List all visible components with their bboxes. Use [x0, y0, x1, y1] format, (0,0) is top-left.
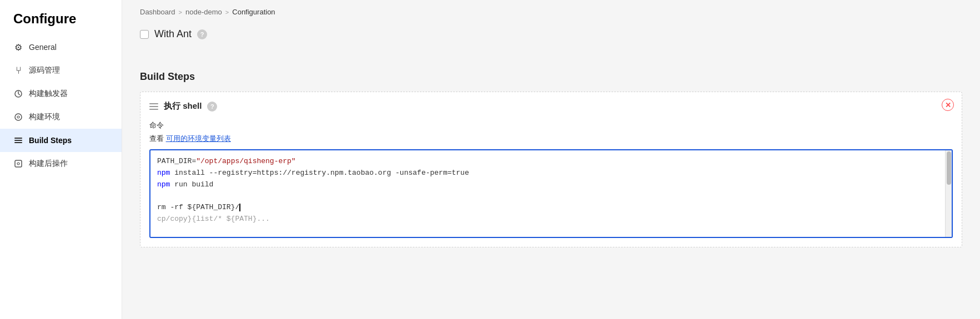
gear-icon: ⚙	[13, 42, 23, 52]
sidebar-item-label: General	[29, 43, 57, 52]
page-title: Configure	[0, 0, 122, 36]
svg-rect-6	[15, 160, 22, 167]
shell-help-icon[interactable]: ?	[207, 102, 217, 112]
trigger-icon	[13, 89, 23, 99]
with-ant-help-icon[interactable]: ?	[197, 29, 207, 39]
code-line-2: npm install --registry=https://registry.…	[157, 168, 937, 179]
with-ant-label: With Ant	[154, 28, 192, 40]
sidebar-item-label: 构建环境	[29, 112, 60, 122]
code-line-1: PATH_DIR="/opt/apps/qisheng-erp"	[157, 156, 937, 168]
shell-header: 执行 shell ?	[149, 101, 953, 112]
sidebar-item-source[interactable]: ⑂ 源码管理	[0, 59, 122, 82]
sidebar-item-triggers[interactable]: 构建触发器	[0, 82, 122, 105]
breadcrumb-configuration: Configuration	[232, 8, 275, 16]
sidebar-item-general[interactable]: ⚙ General	[0, 36, 122, 59]
svg-rect-5	[14, 142, 22, 143]
source-icon: ⑂	[13, 65, 23, 75]
build-steps-section-title: Build Steps	[140, 60, 962, 92]
command-label: 命令	[149, 120, 953, 130]
breadcrumb-sep-2: >	[225, 9, 229, 16]
shell-block: 执行 shell ? ✕ 命令 查看 可用的环境变量列表 PATH_DIR="/…	[140, 92, 962, 247]
code-line-6: cp/copy}{list/* ${PATH}...	[157, 214, 937, 225]
svg-point-1	[15, 114, 22, 120]
code-line-5: rm -rf ${PATH_DIR}/	[157, 202, 937, 214]
shell-close-button[interactable]: ✕	[942, 99, 954, 111]
scrollbar[interactable]	[945, 150, 952, 237]
env-vars-link[interactable]: 可用的环境变量列表	[166, 134, 231, 143]
build-steps-icon	[13, 135, 23, 145]
main-content: Dashboard > node-demo > Configuration Wi…	[122, 0, 980, 319]
env-icon	[13, 112, 23, 122]
breadcrumb-dashboard[interactable]: Dashboard	[140, 8, 175, 16]
code-line-4	[157, 190, 937, 202]
code-editor[interactable]: PATH_DIR="/opt/apps/qisheng-erp" npm ins…	[149, 149, 953, 238]
sidebar-item-env[interactable]: 构建环境	[0, 105, 122, 129]
breadcrumb-sep-1: >	[179, 9, 182, 16]
breadcrumb-node-demo[interactable]: node-demo	[185, 8, 222, 16]
shell-title: 执行 shell	[164, 101, 202, 112]
breadcrumb: Dashboard > node-demo > Configuration	[140, 0, 962, 24]
sidebar-item-label: 源码管理	[29, 65, 60, 75]
scrollbar-thumb[interactable]	[947, 151, 951, 185]
env-vars-prefix: 查看	[149, 134, 166, 143]
post-build-icon	[13, 159, 23, 169]
svg-rect-4	[14, 140, 22, 141]
code-line-3: npm run build	[157, 179, 937, 191]
svg-point-2	[17, 116, 19, 118]
sidebar-item-label: 构建触发器	[29, 89, 68, 99]
sidebar-item-post-build[interactable]: 构建后操作	[0, 152, 122, 175]
svg-rect-3	[14, 138, 22, 139]
env-vars-row: 查看 可用的环境变量列表	[149, 134, 953, 144]
sidebar: Configure ⚙ General ⑂ 源码管理 构建触发器	[0, 0, 122, 319]
sidebar-item-label: 构建后操作	[29, 159, 68, 169]
sidebar-menu: ⚙ General ⑂ 源码管理 构建触发器	[0, 36, 122, 175]
svg-point-7	[17, 163, 19, 165]
with-ant-row: With Ant ?	[140, 24, 962, 44]
sidebar-item-build-steps[interactable]: Build Steps	[0, 129, 122, 152]
drag-handle-icon[interactable]	[149, 103, 158, 110]
with-ant-checkbox[interactable]	[140, 30, 149, 39]
sidebar-item-label: Build Steps	[29, 136, 72, 145]
